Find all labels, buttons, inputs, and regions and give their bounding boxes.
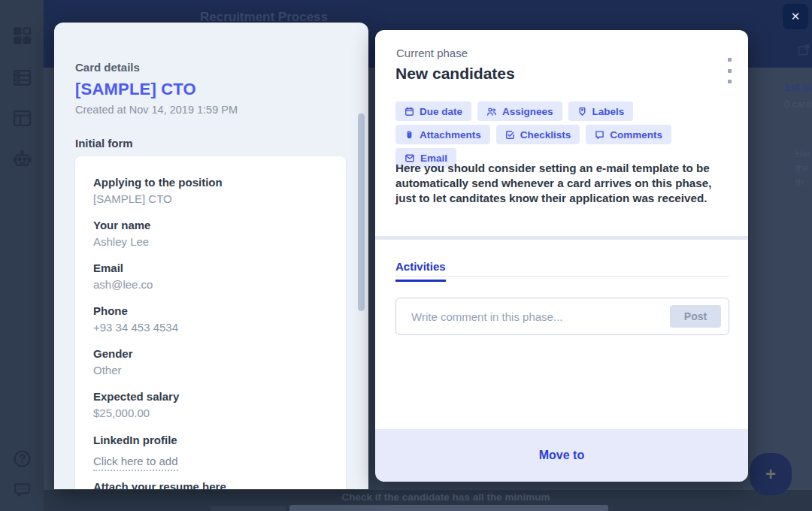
robot-automation-icon[interactable] [12, 149, 32, 169]
add-card-button[interactable]: + [750, 453, 792, 495]
form-field: Your name Ashley Lee [93, 218, 326, 249]
form-field: Applying to the position [SAMPLE] CTO [93, 175, 326, 206]
post-button[interactable]: Post [670, 305, 721, 328]
database-rows-icon[interactable] [12, 68, 32, 88]
current-phase-panel: Current phase New candidates Due date As… [375, 30, 748, 482]
phase-header-section: Current phase New candidates Due date As… [375, 30, 748, 236]
calendar-icon [404, 107, 414, 116]
column-help-text: Her the th [795, 147, 811, 189]
comment-icon [595, 130, 604, 140]
comments-button[interactable]: Comments [586, 125, 671, 144]
phase-action-bar: Due date Assignees Labels Attachments [395, 101, 726, 168]
initial-form-card: Applying to the position [SAMPLE] CTO Yo… [75, 156, 346, 489]
checklists-button[interactable]: Checklists [496, 125, 580, 144]
background-board-footer: Check if the candidate has all the minim… [44, 490, 812, 511]
assignees-icon [486, 107, 497, 116]
background-card-title: Check if the candidate has all the minim… [311, 491, 581, 503]
label-tag-icon [577, 107, 587, 116]
background-card-edge [211, 506, 286, 511]
app-sidebar [0, 0, 44, 511]
phase-title: New candidates [395, 65, 515, 83]
form-field-linkedin: LinkedIn profile Click here to add [93, 433, 326, 471]
chat-bubble-icon[interactable] [12, 479, 32, 500]
card-details-panel: Card details [SAMPLE] CTO Created at Nov… [54, 23, 368, 489]
board-actions-icon[interactable] [796, 42, 812, 58]
initial-form-heading: Initial form [75, 137, 133, 150]
move-to-button[interactable]: Move to [375, 429, 748, 482]
panel-eyebrow: Card details [75, 61, 140, 74]
background-kanban-column: 1st Int 0 cards Her the th [754, 68, 812, 490]
tab-activities[interactable]: Activities [395, 260, 446, 282]
card-created-timestamp: Created at Nov 14, 2019 1:59 PM [75, 104, 238, 116]
click-here-to-add-link[interactable]: Click here to add [93, 454, 178, 471]
board-layout-icon[interactable] [12, 108, 32, 129]
attachments-button[interactable]: Attachments [395, 125, 490, 144]
column-card-count: 0 cards [784, 98, 812, 110]
labels-button[interactable]: Labels [568, 101, 634, 121]
card-title: [SAMPLE] CTO [75, 80, 196, 99]
scrollbar-thumb[interactable] [358, 113, 365, 311]
background-card-edge [289, 505, 608, 511]
form-field: Expected salary $25,000.00 [93, 389, 326, 420]
form-field: Gender Other [93, 346, 326, 377]
form-field-attachment: Attach your resume here Drop files to at… [93, 479, 326, 489]
panel-eyebrow: Current phase [396, 47, 468, 59]
apps-grid-icon[interactable] [12, 26, 32, 46]
tab-divider [395, 276, 729, 277]
comment-input[interactable] [411, 310, 670, 323]
comment-box: Post [395, 298, 729, 335]
help-circle-icon[interactable] [12, 449, 32, 469]
kebab-menu-icon[interactable] [723, 58, 735, 83]
phase-description: Here you should consider setting an e-ma… [395, 161, 720, 206]
activities-section: Activities Post [375, 240, 748, 429]
due-date-button[interactable]: Due date [395, 101, 471, 121]
checklist-icon [505, 130, 515, 140]
paperclip-icon [404, 130, 414, 140]
close-icon[interactable]: ✕ [783, 4, 808, 29]
form-field: Email ash@lee.co [93, 261, 326, 292]
column-title: 1st Int [784, 81, 812, 93]
assignees-button[interactable]: Assignees [477, 101, 562, 121]
form-field: Phone +93 34 453 4534 [93, 304, 326, 334]
